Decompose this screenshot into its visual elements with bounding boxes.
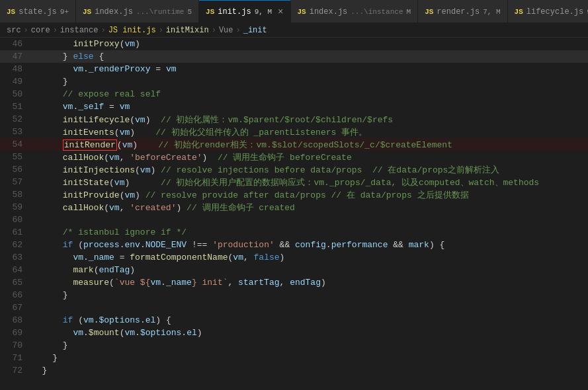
line-text: vm.$mount(vm.$options.el) <box>32 328 588 338</box>
tab-sublabel: ...\instance <box>351 8 403 16</box>
code-line-48: 48 vm._renderProxy = vm <box>0 63 588 75</box>
line-text: } <box>32 290 588 300</box>
line-text: if (vm.$options.el) { <box>32 315 588 325</box>
tab-lifecycle[interactable]: JS lifecycle.js 9+, M <box>508 0 588 23</box>
tab-badge: 9, M <box>255 8 272 16</box>
line-number: 52 <box>0 114 32 124</box>
line-number: 58 <box>0 190 32 200</box>
js-icon: JS <box>83 8 91 16</box>
code-line-50: 50 // expose real self <box>0 88 588 100</box>
code-line-58: 58 initProvide(vm) // resolve provide af… <box>0 188 588 201</box>
tab-badge: 5 <box>187 8 192 16</box>
line-number: 50 <box>0 89 32 99</box>
code-line-51: 51 vm._self = vm <box>0 100 588 113</box>
code-line-53: 53 initEvents(vm) // 初始化父组件传入的 _parentLi… <box>0 126 588 138</box>
tab-bar: JS state.js 9+ JS index.js ...\runtime 5… <box>0 0 588 23</box>
line-number: 62 <box>0 240 32 250</box>
code-line-62: 62 if (process.env.NODE_ENV !== 'product… <box>0 239 588 251</box>
tab-label: state.js <box>19 7 57 17</box>
line-number: 65 <box>0 278 32 288</box>
line-number: 51 <box>0 102 32 112</box>
code-line-64: 64 mark(endTag) <box>0 264 588 276</box>
tab-init[interactable]: JS init.js 9, M × <box>199 0 290 23</box>
line-number: 46 <box>0 39 32 49</box>
line-text: // expose real self <box>32 89 588 99</box>
code-line-60: 60 <box>0 214 588 226</box>
line-number: 48 <box>0 64 32 74</box>
tab-label: index.js <box>310 7 348 17</box>
breadcrumb-src: src <box>7 26 21 35</box>
line-number: 57 <box>0 177 32 187</box>
tab-label: init.js <box>218 7 251 17</box>
line-number: 59 <box>0 202 32 212</box>
line-number: 49 <box>0 77 32 87</box>
code-line-59: 59 callHook(vm, 'created') // 调用生命钩子 cre… <box>0 201 588 214</box>
code-line-61: 61 /* istanbul ignore if */ <box>0 226 588 239</box>
code-line-57: 57 initState(vm) // 初始化相关用户配置的数据响应式：vm._… <box>0 176 588 188</box>
line-text: initRender(vm) // 初始化render相关：vm.$slot/s… <box>32 139 588 151</box>
line-number: 61 <box>0 227 32 237</box>
code-line-52: 52 initLifecycle(vm) // 初始化属性：vm.$parent… <box>0 113 588 126</box>
line-text: callHook(vm, 'beforeCreate') // 调用生命钩子 b… <box>32 151 588 163</box>
line-number: 67 <box>0 303 32 313</box>
line-text: initProvide(vm) // resolve provide after… <box>32 189 588 201</box>
js-icon: JS <box>7 8 15 16</box>
js-icon: JS <box>298 8 306 16</box>
line-text: vm._renderProxy = vm <box>32 64 588 74</box>
line-number: 64 <box>0 265 32 275</box>
line-text <box>32 303 588 313</box>
code-line-66: 66 } <box>0 289 588 301</box>
line-text: initInjections(vm) // resolve injections… <box>32 164 588 176</box>
line-number: 60 <box>0 215 32 225</box>
code-line-56: 56 initInjections(vm) // resolve injecti… <box>0 163 588 176</box>
line-text: vm._name = formatComponentName(vm, false… <box>32 253 588 262</box>
line-text: if (process.env.NODE_ENV !== 'production… <box>32 240 588 250</box>
code-line-70: 70 } <box>0 339 588 352</box>
breadcrumb-Vue: Vue <box>219 26 233 35</box>
line-text: } else { <box>32 52 588 61</box>
tab-index-runtime[interactable]: JS index.js ...\runtime 5 <box>76 0 199 23</box>
code-line-54: 54 initRender(vm) // 初始化render相关：vm.$slo… <box>0 138 588 151</box>
code-line-49: 49 } <box>0 75 588 88</box>
line-number: 47 <box>0 52 32 61</box>
tab-index-instance[interactable]: JS index.js ...\instance M <box>291 0 419 23</box>
js-icon: JS <box>425 8 433 16</box>
line-text: initProxy(vm) <box>32 39 588 49</box>
line-text <box>32 215 588 225</box>
line-text: } <box>32 340 588 350</box>
line-number: 66 <box>0 290 32 300</box>
code-line-63: 63 vm._name = formatComponentName(vm, fa… <box>0 251 588 264</box>
line-number: 54 <box>0 139 32 149</box>
code-line-69: 69 vm.$mount(vm.$options.el) <box>0 327 588 339</box>
breadcrumb-init: _init <box>243 26 267 35</box>
line-text: measure(`vue ${vm._name} init`, startTag… <box>32 278 588 288</box>
code-line-47: 47 } else { <box>0 50 588 63</box>
tab-state[interactable]: JS state.js 9+ <box>0 0 76 23</box>
code-line-65: 65 measure(`vue ${vm._name} init`, start… <box>0 276 588 289</box>
line-number: 63 <box>0 253 32 262</box>
code-editor[interactable]: 46 initProxy(vm) 47 } else { 48 vm._rend… <box>0 38 588 390</box>
js-icon: JS <box>515 8 523 16</box>
close-icon[interactable]: × <box>278 7 283 17</box>
editor-window: JS state.js 9+ JS index.js ...\runtime 5… <box>0 0 588 390</box>
line-text: initEvents(vm) // 初始化父组件传入的 _parentListe… <box>32 126 588 138</box>
breadcrumb-core: core <box>31 26 50 35</box>
breadcrumb: src › core › instance › JS init.js › ini… <box>0 23 588 38</box>
line-number: 55 <box>0 152 32 162</box>
tab-sublabel: ...\runtime <box>136 8 185 16</box>
line-number: 71 <box>0 353 32 363</box>
line-number: 56 <box>0 165 32 175</box>
line-text: initLifecycle(vm) // 初始化属性：vm.$parent/$r… <box>32 114 588 126</box>
breadcrumb-instance: instance <box>60 26 99 35</box>
line-number: 68 <box>0 315 32 325</box>
line-text: callHook(vm, 'created') // 调用生命钩子 create… <box>32 202 588 214</box>
tab-label: lifecycle.js <box>526 7 583 17</box>
line-text: } <box>32 77 588 87</box>
tab-render[interactable]: JS render.js 7, M <box>418 0 507 23</box>
tab-badge: M <box>407 8 411 16</box>
tab-badge: 7, M <box>483 8 500 16</box>
breadcrumb-initMixin: initMixin <box>166 26 209 35</box>
tab-badge: 9+ <box>60 8 69 16</box>
line-text: /* istanbul ignore if */ <box>32 227 588 237</box>
code-line-46: 46 initProxy(vm) <box>0 38 588 50</box>
